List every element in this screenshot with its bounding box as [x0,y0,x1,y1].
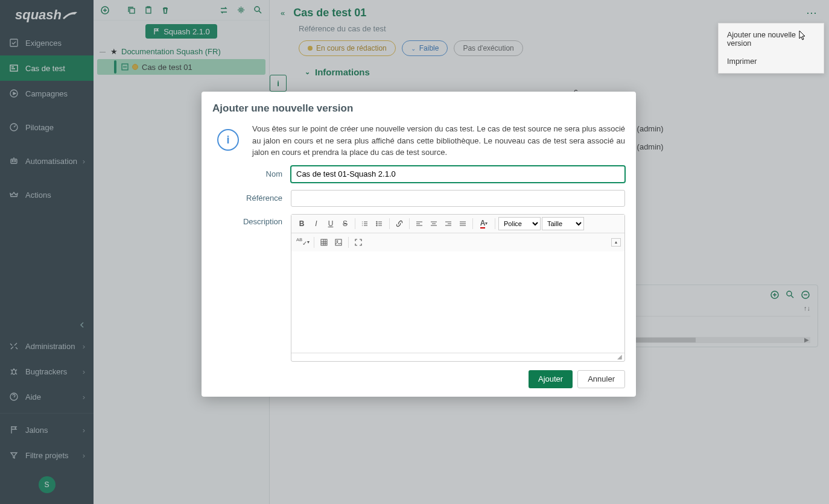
ctx-label: Imprimer [727,57,757,66]
svg-rect-23 [335,239,341,245]
italic-button[interactable]: I [310,217,323,230]
align-right-button[interactable] [442,217,455,230]
bold-button[interactable]: B [295,217,308,230]
btn-label: Annuler [588,374,615,383]
font-select[interactable]: Police [498,217,541,230]
ctx-print[interactable]: Imprimer [719,52,824,71]
image-button[interactable] [332,236,345,249]
input-nom[interactable] [291,166,625,183]
align-left-button[interactable] [413,217,426,230]
ctx-new-version[interactable]: Ajouter une nouvelle version [719,26,824,52]
input-reference[interactable] [291,190,625,207]
modal-title: Ajouter une nouvelle version [212,102,625,115]
context-menu: Ajouter une nouvelle version Imprimer [718,23,824,74]
fullscreen-button[interactable] [352,236,365,249]
align-center-button[interactable] [427,217,440,230]
strike-button[interactable]: S [338,217,352,230]
cancel-button[interactable]: Annuler [577,370,625,388]
svg-point-21 [376,225,378,226]
label-description: Description [212,214,291,226]
rte-toolbar-2: ᴬᴮ✓▾ ▴ [291,233,624,251]
svg-point-20 [376,223,378,224]
spellcheck-button[interactable]: ᴬᴮ✓▾ [295,236,311,249]
numbered-list-button[interactable] [358,217,372,230]
svg-point-19 [376,221,378,222]
rte-textarea[interactable] [291,251,624,353]
svg-point-24 [337,241,338,242]
label-nom: Nom [212,169,291,178]
rte-resize-handle[interactable]: ◢ [291,353,624,361]
modal-new-version: Ajouter une nouvelle version i Vous êtes… [202,92,636,397]
info-circle-icon: i [217,129,239,151]
size-select[interactable]: Taille [542,217,584,230]
link-button[interactable] [393,217,406,230]
btn-label: Ajouter [538,374,563,383]
table-button[interactable] [317,236,331,249]
svg-rect-22 [321,239,327,245]
rich-text-editor: B I U S A ▾ Police Taille [291,214,625,362]
underline-button[interactable]: U [324,217,337,230]
ctx-label: Ajouter une nouvelle version [727,31,796,48]
bullet-list-button[interactable] [373,217,386,230]
label-reference: Référence [212,194,291,203]
rte-toolbar: B I U S A ▾ Police Taille [291,215,624,233]
modal-description: Vous êtes sur le point de créer une nouv… [252,123,625,159]
submit-button[interactable]: Ajouter [529,370,573,388]
align-justify-button[interactable] [456,217,469,230]
text-color-button[interactable]: A ▾ [476,217,492,230]
collapse-toolbar-button[interactable]: ▴ [611,238,621,247]
